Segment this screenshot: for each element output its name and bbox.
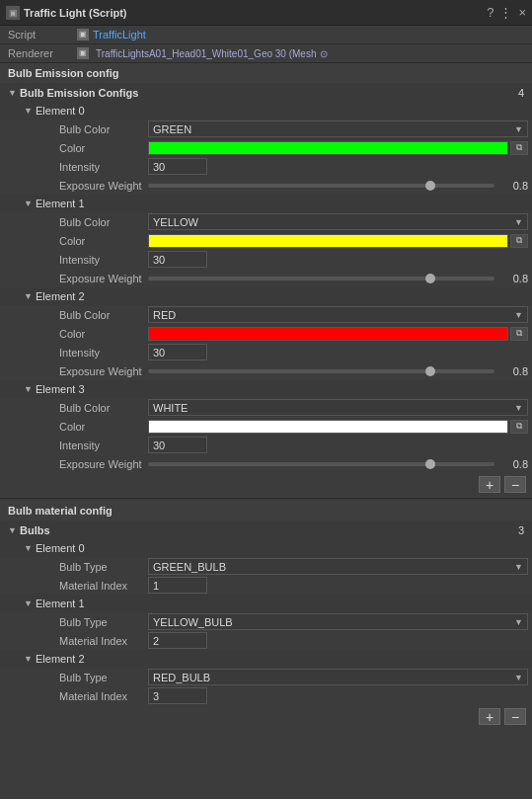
element-3-color-swatch-area: ⧉: [148, 420, 528, 434]
element-3-bulbcolor-dropdown[interactable]: WHITE ▼: [148, 399, 528, 416]
element-2-color-swatch[interactable]: [148, 327, 508, 341]
element-0-intensity-label: Intensity: [59, 161, 148, 173]
bulb-element-1-type-select[interactable]: YELLOW_BULB ▼: [148, 613, 528, 630]
element-2-exposure-track[interactable]: [148, 369, 494, 373]
bulb-element-1-type-dropdown[interactable]: YELLOW_BULB ▼: [148, 613, 528, 630]
bulb-element-1-type-row: Bulb Type YELLOW_BULB ▼: [0, 612, 532, 631]
emission-add-remove-row: + −: [0, 473, 532, 496]
bulb-add-button[interactable]: +: [479, 708, 500, 725]
bulb-emission-config-header: Bulb Emission config: [0, 63, 532, 83]
element-3-bulbcolor-label: Bulb Color: [59, 402, 148, 414]
element-2-bulbcolor-value: RED: [153, 309, 176, 321]
element-0-intensity-input[interactable]: 30: [148, 158, 207, 175]
element-2-intensity-row: Intensity 30: [0, 343, 532, 361]
element-1-exposure-track[interactable]: [148, 277, 494, 280]
element-1-intensity-label: Intensity: [59, 254, 148, 266]
element-3-exposure-thumb: [425, 459, 435, 469]
settings-icon[interactable]: ⋮: [499, 5, 512, 20]
element-0-color-swatch[interactable]: [148, 141, 508, 155]
bulb-element-0-type-dropdown[interactable]: GREEN_BULB ▼: [148, 558, 528, 575]
element-2-intensity-label: Intensity: [59, 347, 148, 359]
element-1-color-swatch[interactable]: [148, 234, 508, 248]
element-3-intensity-input[interactable]: 30: [148, 437, 207, 453]
bulb-element-1-matindex-label: Material Index: [59, 635, 148, 647]
renderer-name[interactable]: TrafficLightsA01_Head01_White01_Geo 30 (…: [96, 48, 316, 59]
element-0-bulbcolor-select[interactable]: GREEN ▼: [148, 120, 528, 137]
element-3-color-swatch[interactable]: [148, 420, 508, 434]
element-1-bulbcolor-row: Bulb Color YELLOW ▼: [0, 212, 532, 231]
element-2-color-picker[interactable]: ⧉: [510, 327, 528, 341]
element-0-label: Element 0: [36, 105, 85, 117]
script-name[interactable]: TrafficLight: [93, 29, 146, 40]
emission-remove-button[interactable]: −: [504, 476, 526, 493]
bulb-element-0-matindex-input[interactable]: 1: [148, 577, 207, 594]
element-0-color-row: Color ⧉: [0, 138, 532, 157]
element-0-color-picker[interactable]: ⧉: [510, 141, 528, 155]
element-2-bulbcolor-dropdown[interactable]: RED ▼: [148, 306, 528, 323]
bulb-element-0-matindex-row: Material Index 1: [0, 576, 532, 595]
element-2-label: Element 2: [36, 290, 85, 302]
element-1-intensity-area: 30: [148, 251, 528, 268]
bulb-element-2-matindex-input[interactable]: 3: [148, 687, 207, 704]
element-2-color-label: Color: [59, 328, 148, 340]
help-icon[interactable]: ?: [487, 5, 494, 20]
element-3-exposure-track[interactable]: [148, 462, 494, 466]
element-3-exposure-row: Exposure Weight 0.8: [0, 454, 532, 473]
bulb-element-2-type-row: Bulb Type RED_BULB ▼: [0, 668, 532, 686]
bulb-element-2-matindex-area: 3: [148, 687, 528, 704]
element-3-bulbcolor-select[interactable]: WHITE ▼: [148, 399, 528, 416]
bulb-element-2-arrow[interactable]: ▼: [24, 654, 34, 664]
bulb-element-2-type-value: RED_BULB: [153, 672, 210, 683]
emission-add-button[interactable]: +: [479, 476, 500, 493]
element-2-bulbcolor-select[interactable]: RED ▼: [148, 306, 528, 323]
element-3-arrow[interactable]: ▼: [24, 384, 34, 394]
bulb-emission-configs-count: 4: [518, 87, 524, 99]
bulb-emission-config-label: Bulb Emission config: [8, 67, 118, 79]
element-0-bulbcolor-dropdown[interactable]: GREEN ▼: [148, 120, 528, 137]
foldout-arrow-0[interactable]: ▼: [8, 88, 18, 98]
element-0-arrow[interactable]: ▼: [24, 106, 34, 116]
bulbs-arrow[interactable]: ▼: [8, 525, 18, 535]
element-1-color-picker[interactable]: ⧉: [510, 234, 528, 248]
element-1-arrow[interactable]: ▼: [24, 199, 34, 208]
element-0-intensity-row: Intensity 30: [0, 157, 532, 176]
picker-icon-1: ⧉: [516, 235, 522, 246]
bulb-element-1-header: ▼ Element 1: [0, 595, 532, 612]
element-3-exposure-label: Exposure Weight: [59, 458, 148, 470]
element-1-color-row: Color ⧉: [0, 231, 532, 250]
close-icon[interactable]: ×: [518, 5, 526, 20]
script-row: Script ▣ TrafficLight: [0, 26, 532, 44]
bulb-element-0-arrow[interactable]: ▼: [24, 543, 34, 553]
element-0-exposure-track[interactable]: [148, 184, 494, 188]
bulb-dropdown-arrow-1: ▼: [514, 617, 523, 627]
bulb-element-1: ▼ Element 1 Bulb Type YELLOW_BULB ▼ Mate…: [0, 595, 532, 650]
bulb-element-2: ▼ Element 2 Bulb Type RED_BULB ▼ Materia…: [0, 650, 532, 705]
element-0-exposure-label: Exposure Weight: [59, 180, 148, 192]
element-1-intensity-input[interactable]: 30: [148, 251, 207, 268]
element-0-exposure-area: 0.8: [148, 180, 528, 192]
element-3-header: ▼ Element 3: [0, 380, 532, 398]
picker-icon-3: ⧉: [516, 421, 522, 432]
element-2-color-swatch-area: ⧉: [148, 327, 528, 341]
bulb-element-0-type-select[interactable]: GREEN_BULB ▼: [148, 558, 528, 575]
section-divider: [0, 498, 532, 499]
bulb-element-1-matindex-input[interactable]: 2: [148, 632, 207, 649]
bulb-element-2-type-select[interactable]: RED_BULB ▼: [148, 669, 528, 685]
bulb-element-2-header: ▼ Element 2: [0, 650, 532, 668]
bulb-element-0-header: ▼ Element 0: [0, 539, 532, 557]
element-3-color-picker[interactable]: ⧉: [510, 420, 528, 434]
script-label: Script: [8, 29, 77, 40]
element-3-color-label: Color: [59, 421, 148, 433]
bulb-element-2-type-dropdown[interactable]: RED_BULB ▼: [148, 669, 528, 685]
bulb-element-0-type-label: Bulb Type: [59, 561, 148, 573]
element-2-arrow[interactable]: ▼: [24, 291, 34, 301]
element-0-color-swatch-area: ⧉: [148, 141, 528, 155]
bulb-element-0-matindex-label: Material Index: [59, 580, 148, 592]
element-1-bulbcolor-dropdown[interactable]: YELLOW ▼: [148, 213, 528, 230]
element-1-bulbcolor-label: Bulb Color: [59, 216, 148, 228]
element-2-intensity-input[interactable]: 30: [148, 344, 207, 360]
bulb-remove-button[interactable]: −: [504, 708, 526, 725]
bulb-element-1-arrow[interactable]: ▼: [24, 599, 34, 608]
element-1-bulbcolor-select[interactable]: YELLOW ▼: [148, 213, 528, 230]
bulb-element-1-matindex-row: Material Index 2: [0, 631, 532, 650]
